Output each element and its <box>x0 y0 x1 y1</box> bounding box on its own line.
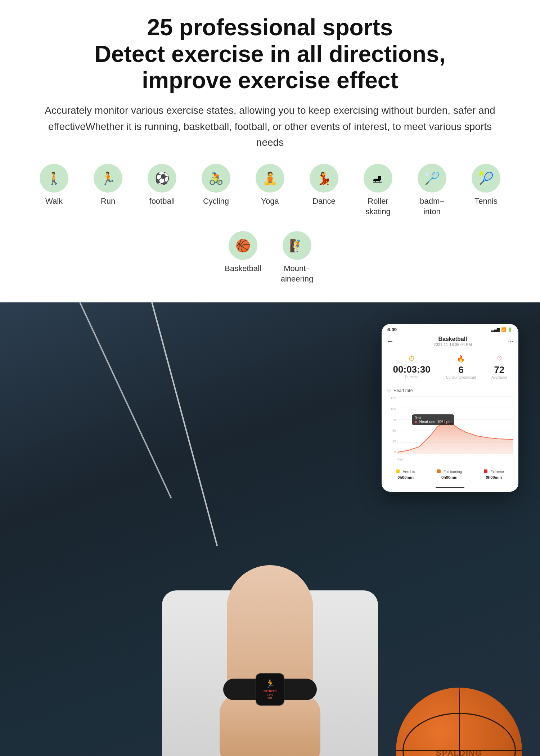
main-title: 25 professional sports Detect exercise i… <box>22 14 518 94</box>
sport-item-cycling: 🚴 Cycling <box>196 164 236 207</box>
phone-time: 6:09 <box>387 327 397 332</box>
phone-chart-area: 125 100 75 50 25 0 <box>387 396 513 461</box>
badminton-icon: 🏸 <box>418 164 446 193</box>
mountaineering-icon: 🧗 <box>283 231 311 260</box>
y-label-125: 125 <box>387 396 397 400</box>
football-icon: ⚽ <box>148 164 176 193</box>
phone-ui: 6:09 ▂▄▆ 📶 🔋 ← Basketball 2021-11-18 06:… <box>382 324 518 492</box>
extreme-value: 0h00min <box>484 475 504 480</box>
phone-chart-section: Heart rate 125 100 75 50 25 0 <box>382 384 518 465</box>
duration-icon: ⏱ <box>393 355 431 363</box>
y-label-75: 75 <box>387 418 397 422</box>
yoga-icon: 🧘 <box>256 164 284 193</box>
phone-home-indicator <box>436 487 464 488</box>
tooltip-dot <box>415 421 417 423</box>
sport-label-yoga: Yoga <box>261 196 279 207</box>
sport-label-dance: Dance <box>312 196 336 207</box>
sport-item-yoga: 🧘 Yoga <box>250 164 290 207</box>
phone-stats-row: ⏱ 00:03:30 Duration 🔥 6 Consumption(kcal… <box>382 349 518 384</box>
band-screen: 🏃 00:30:23 2346 096 <box>256 673 284 706</box>
extreme-dot <box>484 469 487 473</box>
cycling-icon: 🚴 <box>202 164 230 193</box>
top-section: 25 professional sports Detect exercise i… <box>0 0 540 302</box>
phone-activity-title: Basketball <box>397 336 508 342</box>
person-body: 🏃 00:30:23 2346 096 <box>144 518 396 756</box>
y-label-100: 100 <box>387 407 397 411</box>
band-heart-rate: 096 <box>258 696 282 699</box>
duration-label: Duration <box>393 375 431 379</box>
fat-burning-value: 0h00min <box>437 475 462 480</box>
basketball-icon: 🏀 <box>229 231 257 260</box>
aerobic-label: Aerobic <box>403 470 415 474</box>
phone-zone-fat-burning: Fat-burning 0h00min <box>437 468 462 480</box>
y-label-0: 0 <box>387 450 397 454</box>
phone-signal-icons: ▂▄▆ 📶 🔋 <box>491 327 513 332</box>
main-title-line1: 25 professional sports <box>147 14 393 40</box>
duration-value: 00:03:30 <box>393 364 431 375</box>
main-title-line2: Detect exercise in all directions, <box>95 41 446 67</box>
consumption-label: Consumption(kcal) <box>446 375 476 379</box>
sport-label-mountaineering: Mount–aineering <box>277 264 317 284</box>
phone-header: ← Basketball 2021-11-18 06:04 PM ··· <box>382 334 518 349</box>
phone-title-block: Basketball 2021-11-18 06:04 PM <box>397 336 508 347</box>
chart-tooltip: 0min Heart rate: 106 bpm <box>412 414 454 425</box>
chart-y-labels: 125 100 75 50 25 0 <box>387 396 397 454</box>
sport-label-tennis: Tennis <box>474 196 498 207</box>
sport-item-basketball: 🏀 Basketball <box>223 231 263 274</box>
consumption-value: 6 <box>446 364 476 375</box>
sports-icons-row: 🚶 Walk 🏃 Run ⚽ football 🚴 Cycling 🧘 Yoga… <box>22 164 518 284</box>
tooltip-time: 0min <box>415 416 423 420</box>
sport-item-walk: 🚶 Walk <box>34 164 74 207</box>
photo-section: 🏃 00:30:23 2346 096 6:09 ▂▄▆ 📶 🔋 <box>0 302 540 756</box>
y-label-50: 50 <box>387 429 397 432</box>
bpm-value: 72 <box>491 364 507 375</box>
phone-stat-consumption: 🔥 6 Consumption(kcal) <box>446 355 476 379</box>
sport-label-cycling: Cycling <box>203 196 229 207</box>
sport-item-tennis: 🎾 Tennis <box>466 164 506 207</box>
basketball-line2 <box>402 713 516 756</box>
sport-label-roller: Roller skating <box>358 196 398 217</box>
sport-label-run: Run <box>101 196 115 207</box>
phone-chart-title: Heart rate <box>387 388 513 393</box>
phone-back-button[interactable]: ← <box>387 337 394 345</box>
smart-band: 🏃 00:30:23 2346 096 <box>223 673 317 706</box>
heart-rate-chart-svg <box>397 396 513 454</box>
phone-stat-bpm: ♡ 72 Avg(bpm) <box>491 355 507 379</box>
phone-more-button[interactable]: ··· <box>508 337 513 345</box>
bpm-label: Avg(bpm) <box>491 375 507 379</box>
arm-wrist: 🏃 00:30:23 2346 096 <box>202 565 338 752</box>
phone-status-bar: 6:09 ▂▄▆ 📶 🔋 <box>382 324 518 334</box>
phone-zone-extreme: Extreme 0h00min <box>484 468 504 480</box>
sport-label-walk: Walk <box>45 196 63 207</box>
chart-svg-area: 0min Heart rate: 106 bpm <box>397 396 513 454</box>
phone-stat-duration: ⏱ 00:03:30 Duration <box>393 355 431 379</box>
sport-item-football: ⚽ football <box>142 164 182 207</box>
phone-activity-date: 2021-11-18 06:04 PM <box>397 342 508 347</box>
walk-icon: 🚶 <box>40 164 68 193</box>
wifi-icon: 📶 <box>501 327 506 332</box>
y-label-25: 25 <box>387 440 397 443</box>
band-runner-icon: 🏃 <box>258 679 282 689</box>
sport-item-mountaineering: 🧗 Mount–aineering <box>277 231 317 284</box>
band-screen-content: 🏃 00:30:23 2346 096 <box>258 679 282 699</box>
sport-item-dance: 💃 Dance <box>304 164 344 207</box>
band-steps: 2346 <box>258 693 282 696</box>
chart-x-label: 0min <box>397 458 405 461</box>
main-title-line3: improve exercise effect <box>142 67 398 93</box>
sport-item-badminton: 🏸 badm–inton <box>412 164 452 217</box>
heart-icon: ♡ <box>491 355 507 363</box>
roller-icon: ⛸ <box>364 164 392 193</box>
tennis-icon: 🎾 <box>472 164 500 193</box>
band-time-display: 00:30:23 <box>258 689 282 693</box>
sport-label-football: football <box>149 196 175 207</box>
fat-burning-label: Fat-burning <box>444 470 462 474</box>
aerobic-dot <box>396 469 400 473</box>
battery-icon: 🔋 <box>508 327 513 332</box>
fat-burning-dot <box>437 469 441 473</box>
sport-item-roller: ⛸ Roller skating <box>358 164 398 217</box>
phone-zone-aerobic: Aerobic 0h00min <box>396 468 415 480</box>
sport-label-badminton: badm–inton <box>412 196 452 217</box>
phone-zones-row: Aerobic 0h00min Fat-burning 0h00min Extr… <box>382 465 518 484</box>
sport-label-basketball: Basketball <box>225 264 261 274</box>
consumption-icon: 🔥 <box>446 355 476 363</box>
